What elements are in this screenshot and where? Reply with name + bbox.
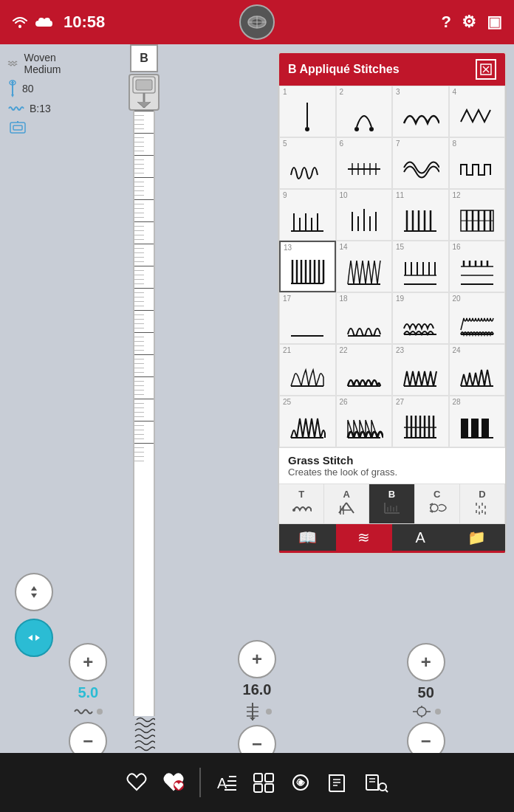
ruler-tape <box>133 111 155 716</box>
category-tab-b[interactable]: B <box>369 484 414 523</box>
stitch-cell-22[interactable]: 22 <box>336 344 393 396</box>
stitch-img-23 <box>400 359 441 392</box>
embroidery-icon[interactable] <box>289 772 312 793</box>
book-icon[interactable] <box>326 772 349 793</box>
cat-tab-label-D: D <box>479 489 485 500</box>
folder-tab[interactable]: 📁 <box>449 524 506 551</box>
needle-row: 80 <box>7 80 66 97</box>
stitch-cell-15[interactable]: 15 <box>392 241 449 292</box>
stitch-cell-4[interactable]: 4 <box>449 86 506 137</box>
stitch-img-3 <box>400 101 441 134</box>
stitch-cell-13[interactable]: 13 <box>279 241 336 292</box>
stitch-cell-23[interactable]: 23 <box>392 344 449 396</box>
sort-icon[interactable]: A <box>216 772 238 793</box>
stitch-cell-28[interactable]: 28 <box>449 396 506 447</box>
stitch-cell-14[interactable]: 14 <box>336 241 393 292</box>
stitch-type-row: Woven Medium <box>7 52 66 75</box>
stitch-cell-21[interactable]: 21 <box>279 344 336 396</box>
category-tabs: T A B C D <box>279 484 505 524</box>
stitch-img-8 <box>456 153 498 185</box>
tension-icon <box>411 704 432 719</box>
stitch-img-4 <box>456 101 498 134</box>
stitch-cell-2[interactable]: 2 <box>336 86 393 137</box>
stitch-cell-12[interactable]: 12 <box>449 189 506 241</box>
help-button[interactable]: ? <box>442 13 451 32</box>
stitch-cell-10[interactable]: 10 <box>336 189 393 241</box>
stitch-img-27 <box>400 411 441 444</box>
stitch-img-21 <box>287 359 328 392</box>
stitch-info-bar: Grass Stitch Creates the look of grass. <box>279 448 505 484</box>
grid-icon[interactable] <box>253 772 275 793</box>
stitch-img-7 <box>400 153 441 185</box>
machine-icon[interactable] <box>239 4 275 40</box>
svg-line-103 <box>346 503 354 513</box>
stitch-num-10: 10 <box>340 191 348 199</box>
status-right: ? ⚙ ▣ <box>339 13 502 32</box>
category-tab-c[interactable]: C <box>415 484 460 523</box>
power-button[interactable]: ▣ <box>487 13 502 32</box>
heart-filled-icon[interactable] <box>162 772 185 793</box>
stitch-img-6 <box>343 153 385 185</box>
stitch-cell-25[interactable]: 25 <box>279 396 336 447</box>
stitch-length-plus[interactable]: + <box>238 640 276 678</box>
stitch-cell-20[interactable]: 20 <box>449 292 506 344</box>
settings-button[interactable]: ⚙ <box>462 13 476 32</box>
category-tab-t[interactable]: T <box>279 484 324 523</box>
stitch-num-22: 22 <box>340 346 348 354</box>
stitch-length-control: + 16.0 − <box>177 640 338 763</box>
stitch-cell-5[interactable]: 5 <box>279 137 336 189</box>
category-tab-d[interactable]: D <box>460 484 505 523</box>
search-book-icon[interactable] <box>363 772 388 793</box>
svg-point-151 <box>379 783 386 791</box>
stitch-width-plus[interactable]: + <box>69 643 107 681</box>
stitch-cell-19[interactable]: 19 <box>392 292 449 344</box>
stitch-cell-17[interactable]: 17 <box>279 292 336 344</box>
stitch-cell-6[interactable]: 6 <box>336 137 393 189</box>
stitch-cell-11[interactable]: 11 <box>392 189 449 241</box>
stitch-num-15: 15 <box>396 243 404 251</box>
stitch-cell-16[interactable]: 16 <box>449 241 506 292</box>
tutorial-tab[interactable]: 📖 <box>279 524 336 551</box>
stitch-num-16: 16 <box>453 243 461 251</box>
svg-point-129 <box>417 707 426 716</box>
presser-foot-icon <box>7 120 28 136</box>
stitch-cell-3[interactable]: 3 <box>392 86 449 137</box>
category-tab-a[interactable]: A <box>324 484 369 523</box>
ruler-ticks <box>134 111 154 465</box>
stitch-cell-18[interactable]: 18 <box>336 292 393 344</box>
stitch-cell-9[interactable]: 9 <box>279 189 336 241</box>
stitch-cell-8[interactable]: 8 <box>449 137 506 189</box>
panel-close-button[interactable] <box>476 59 496 80</box>
status-center <box>175 4 338 40</box>
stitch-cell-7[interactable]: 7 <box>392 137 449 189</box>
cat-tab-icon-A <box>336 500 357 519</box>
alpha-tab[interactable]: A <box>392 524 449 551</box>
stitch-name: Grass Stitch <box>288 454 496 467</box>
svg-line-152 <box>386 790 388 792</box>
up-down-button[interactable] <box>15 573 53 611</box>
stitch-num-3: 3 <box>396 88 400 96</box>
ruler-b-label: B <box>130 44 158 72</box>
stitch-num-25: 25 <box>283 398 291 406</box>
svg-point-17 <box>305 127 309 131</box>
stitch-cell-24[interactable]: 24 <box>449 344 506 396</box>
thread-icon <box>7 102 25 115</box>
stitch-cell-26[interactable]: 26 <box>336 396 393 447</box>
presser-foot <box>128 74 160 111</box>
tension-plus[interactable]: + <box>407 643 445 681</box>
stitch-num-4: 4 <box>453 88 457 96</box>
heart-icon[interactable] <box>126 772 148 793</box>
svg-point-113 <box>431 504 438 512</box>
stitch-img-10 <box>343 204 385 237</box>
stitch-length-icon <box>242 701 263 722</box>
main-area: Woven Medium 80 B:13 <box>0 44 514 753</box>
stitch-tab[interactable]: ≋ <box>336 524 393 551</box>
stitch-num-24: 24 <box>453 346 461 354</box>
stitch-cell-27[interactable]: 27 <box>392 396 449 447</box>
stitch-cell-1[interactable]: 1 <box>279 86 336 137</box>
stitch-grid: 1 2 3 4 5 6 7 8 <box>279 86 505 448</box>
svg-point-20 <box>369 127 374 131</box>
tension-icon-row <box>411 704 441 719</box>
bottom-controls-area: + 5.0 − + 16.0 <box>0 650 514 753</box>
stitch-length-dot <box>266 709 272 715</box>
